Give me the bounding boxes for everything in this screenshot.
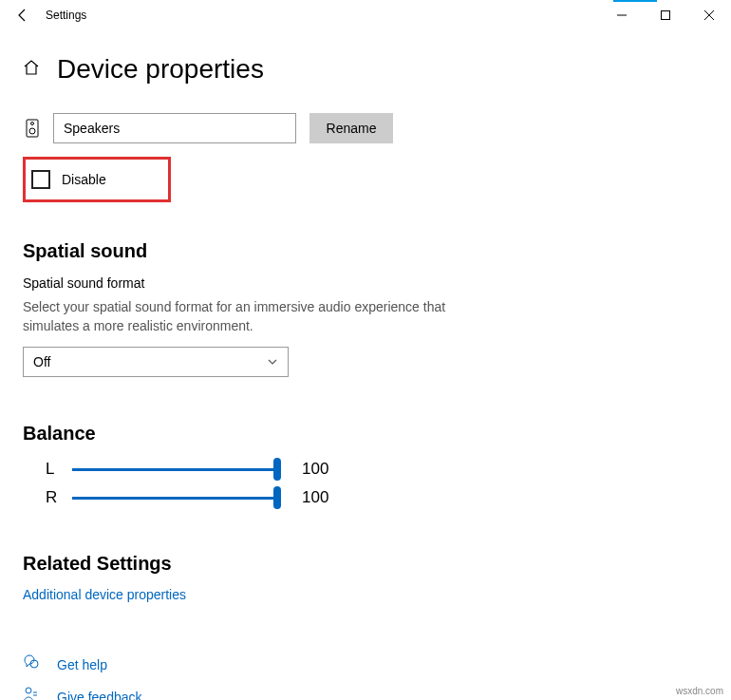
back-button[interactable] [8,0,38,30]
close-icon [704,10,714,20]
close-button[interactable] [687,0,731,30]
spatial-format-select[interactable]: Off [23,347,289,377]
spatial-selected-value: Off [33,354,50,369]
balance-right-label: R [46,488,72,507]
slider-track [72,468,281,471]
balance-right-row: R 100 [46,486,708,509]
balance-left-label: L [46,460,72,479]
page-header: Device properties [23,54,708,85]
rename-button[interactable]: Rename [309,113,393,143]
minimize-icon [617,10,627,20]
watermark: wsxdn.com [676,686,723,696]
disable-checkbox[interactable] [31,170,50,189]
speaker-icon [23,119,42,138]
arrow-left-icon [15,8,30,23]
page-title: Device properties [57,54,264,85]
balance-title: Balance [23,423,708,445]
slider-thumb [273,486,281,509]
person-icon [23,687,46,700]
give-feedback-row: Give feedback [23,687,708,700]
svg-point-6 [29,128,35,134]
chat-icon [23,654,46,675]
titlebar: Settings [0,0,731,30]
svg-rect-1 [662,11,670,20]
disable-label: Disable [62,172,106,187]
maximize-button[interactable] [644,0,687,30]
device-name-input[interactable] [53,113,296,143]
balance-right-slider[interactable] [72,486,281,509]
get-help-row: Get help [23,654,708,675]
window-controls [600,0,731,30]
balance-left-slider[interactable] [72,458,281,481]
svg-point-5 [31,123,34,125]
maximize-icon [661,10,670,20]
balance-left-value: 100 [302,460,328,479]
balance-right-value: 100 [302,488,328,507]
minimize-button[interactable] [600,0,644,30]
spatial-format-label: Spatial sound format [23,275,708,291]
get-help-link[interactable]: Get help [57,657,107,672]
spatial-description: Select your spatial sound format for an … [23,298,459,335]
related-settings-title: Related Settings [23,553,708,575]
svg-point-8 [26,688,31,693]
spatial-sound-title: Spatial sound [23,240,708,262]
app-title: Settings [46,9,86,22]
balance-left-row: L 100 [46,458,708,481]
slider-track [72,497,281,500]
slider-thumb [273,458,281,481]
additional-device-properties-link[interactable]: Additional device properties [23,587,186,602]
disable-highlight-box: Disable [23,157,171,202]
give-feedback-link[interactable]: Give feedback [57,690,142,700]
device-name-row: Rename [23,113,708,143]
home-icon[interactable] [23,59,40,80]
chevron-down-icon [267,356,278,368]
